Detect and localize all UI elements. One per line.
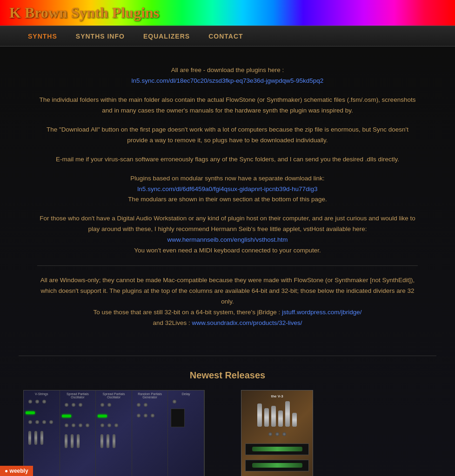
vsuite-image[interactable]: V-Strings Spread Partials Osci: [23, 390, 205, 476]
weebly-text: ● weebly: [5, 468, 28, 474]
nav-item-equalizers[interactable]: EQUALIZERS: [134, 26, 199, 46]
plugin-card-v3: the V-3: [233, 390, 321, 476]
intro-line1: All are free - download the plugins here…: [171, 66, 284, 73]
plugin-card-vsuite: V-Strings Spread Partials Osci: [23, 390, 205, 476]
intro-paragraph-2: The individual folders within the main f…: [37, 95, 418, 116]
intro-section: All are free - download the plugins here…: [19, 56, 436, 346]
vsthost-link[interactable]: www.hermannseib.com/english/vsthost.htm: [167, 236, 288, 243]
lives-line: and 32Lives : www.soundradix.com/product…: [153, 319, 302, 326]
download-link-1[interactable]: ln5.sync.com/dl/18ec70c20/szsd3fkp-eq73e…: [132, 77, 324, 84]
nav-bar: SYNTHS SYNTHS INFO EQUALIZERS CONTACT: [0, 26, 455, 46]
nav-item-contact[interactable]: CONTACT: [199, 26, 252, 46]
divider-1: [37, 265, 418, 266]
intro-text-2: The individual folders within the main f…: [40, 96, 416, 114]
header-bar: K Brown Synth Plugins: [0, 0, 455, 26]
modular-paragraph: Plugins based on modular synths now have…: [37, 173, 418, 205]
newest-releases-title: Newest Releases: [19, 370, 436, 381]
intro-paragraph-3: The "Download All" button on the first p…: [37, 125, 418, 146]
main-content: All are free - download the plugins here…: [0, 46, 455, 476]
v3-image[interactable]: the V-3: [241, 390, 313, 476]
jbridge-line: To use those that are still 32-bit on a …: [93, 309, 361, 316]
jbridge-link[interactable]: jstuff.wordpress.com/jbridge/: [282, 309, 362, 316]
intro-paragraph-4: E-mail me if your virus-scan software er…: [37, 154, 418, 165]
divider-2: [19, 356, 436, 356]
nav-item-synths-info[interactable]: SYNTHS INFO: [67, 26, 134, 46]
daw-text: For those who don't have a Digital Audio…: [40, 215, 415, 232]
intro-text-4: E-mail me if your virus-scan software er…: [56, 156, 399, 163]
windows-paragraph: All are Windows-only; they cannot be mad…: [37, 275, 418, 329]
windows-text: All are Windows-only; they cannot be mad…: [40, 277, 415, 305]
intro-paragraph-1: All are free - download the plugins here…: [37, 65, 418, 86]
site-title: K Brown Synth Plugins: [9, 4, 159, 21]
vsthost-note: You won't even need a MIDI keyboard conn…: [134, 247, 321, 254]
modular-line2: The modulars are shown in their own sect…: [128, 196, 327, 203]
plugins-grid: V-Strings Spread Partials Osci: [19, 390, 436, 476]
daw-paragraph: For those who don't have a Digital Audio…: [37, 213, 418, 256]
modular-line1: Plugins based on modular synths now have…: [130, 175, 324, 182]
weebly-badge[interactable]: ● weebly: [0, 466, 33, 476]
intro-text-3: The "Download All" button on the first p…: [47, 126, 408, 144]
modular-link[interactable]: ln5.sync.com/dl/6df6459a0/fgi4qsux-gidap…: [137, 185, 317, 192]
nav-item-synths[interactable]: SYNTHS: [19, 26, 67, 46]
lives-link[interactable]: www.soundradix.com/products/32-lives/: [192, 319, 302, 326]
